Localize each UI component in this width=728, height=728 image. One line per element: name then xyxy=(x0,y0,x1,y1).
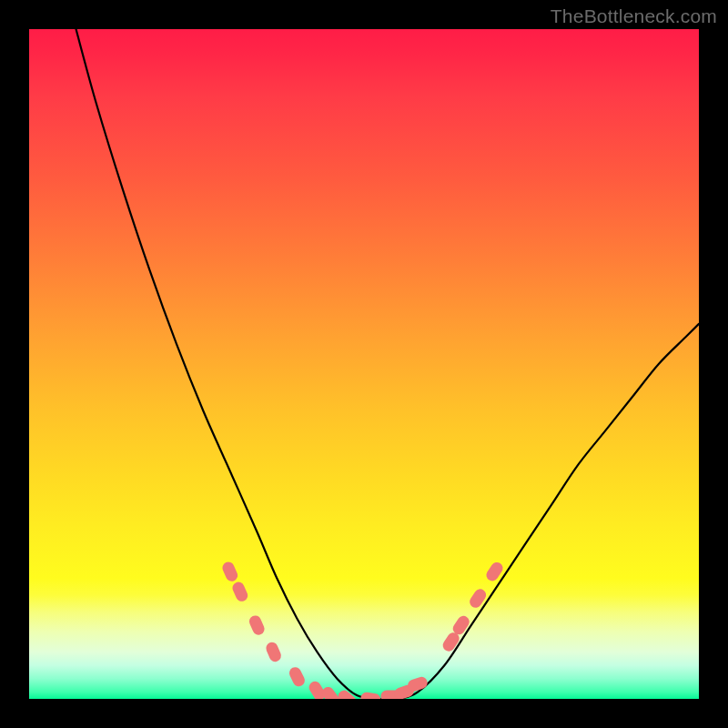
highlight-marker xyxy=(248,613,267,636)
highlight-marker xyxy=(468,587,489,611)
plot-area xyxy=(29,29,699,699)
outer-frame: TheBottleneck.com xyxy=(0,0,728,728)
bottleneck-curve xyxy=(76,29,699,699)
highlight-marker xyxy=(359,692,381,699)
chart-svg xyxy=(29,29,699,699)
highlight-marker xyxy=(288,665,307,688)
watermark-label: TheBottleneck.com xyxy=(551,5,717,27)
highlight-marker xyxy=(220,560,239,582)
highlight-marker xyxy=(264,641,283,663)
highlight-marker xyxy=(230,581,249,603)
